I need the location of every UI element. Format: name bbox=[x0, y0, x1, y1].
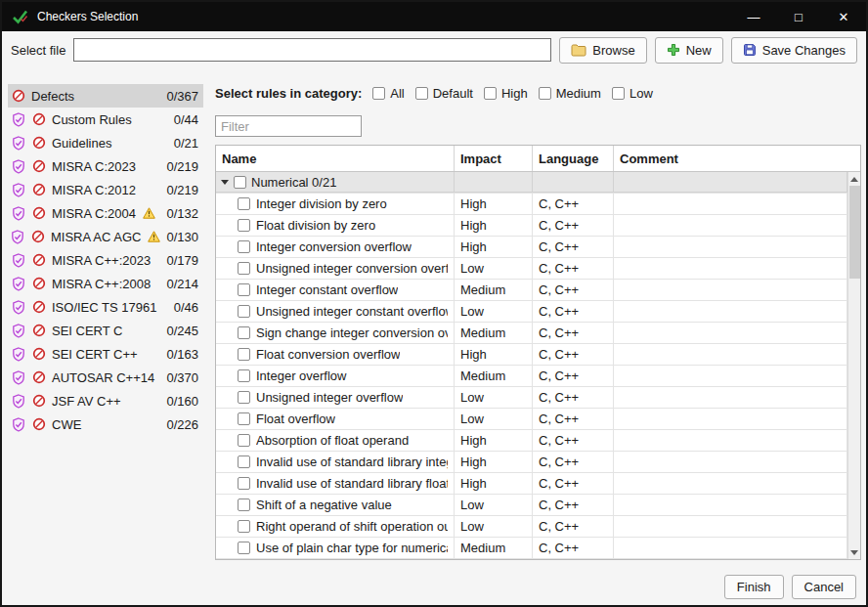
collapse-expander-icon[interactable] bbox=[221, 180, 229, 185]
group-checkbox[interactable] bbox=[234, 176, 246, 189]
rule-row[interactable]: Invalid use of standard library integer … bbox=[216, 452, 847, 473]
level-filter-option[interactable]: High bbox=[484, 86, 528, 101]
rule-row[interactable]: Integer conversion overflow High C, C++ bbox=[216, 237, 847, 258]
rule-comment-cell[interactable] bbox=[614, 452, 847, 472]
rule-name-cell: Unsigned integer conversion overflow bbox=[216, 258, 455, 279]
scroll-up-icon[interactable] bbox=[848, 172, 861, 186]
rule-checkbox[interactable] bbox=[238, 412, 250, 425]
group-row-numerical[interactable]: Numerical 0/21 bbox=[216, 172, 847, 194]
rule-comment-cell[interactable] bbox=[614, 280, 847, 300]
rule-checkbox[interactable] bbox=[238, 369, 250, 382]
sidebar-category-item[interactable]: JSF AV C++ 0/160 bbox=[8, 389, 203, 412]
rule-checkbox[interactable] bbox=[238, 326, 250, 339]
sidebar-category-item[interactable]: Defects 0/367 bbox=[8, 84, 203, 108]
filter-input[interactable] bbox=[215, 115, 362, 137]
rule-comment-cell[interactable] bbox=[614, 301, 847, 322]
sidebar-category-item[interactable]: AUTOSAR C++14 0/370 bbox=[8, 366, 203, 389]
rule-comment-cell[interactable] bbox=[614, 323, 847, 343]
sidebar-category-item[interactable]: Custom Rules 0/44 bbox=[8, 108, 203, 131]
sidebar-category-item[interactable]: MISRA C:2023 0/219 bbox=[8, 154, 203, 178]
cancel-button[interactable]: Cancel bbox=[792, 575, 856, 599]
rule-checkbox[interactable] bbox=[238, 283, 250, 296]
save-changes-button[interactable]: Save Changes bbox=[731, 37, 857, 64]
rule-comment-cell[interactable] bbox=[614, 237, 847, 257]
sidebar-category-item[interactable]: MISRA AC AGC 0/130 bbox=[8, 225, 203, 248]
new-button[interactable]: New bbox=[655, 37, 723, 64]
rule-row[interactable]: Unsigned integer overflow Low C, C++ bbox=[216, 387, 847, 409]
rule-row[interactable]: Invalid use of standard library floating… bbox=[216, 473, 847, 495]
sidebar-category-item[interactable]: SEI CERT C 0/245 bbox=[8, 319, 203, 342]
rule-comment-cell[interactable] bbox=[614, 194, 847, 214]
rule-checkbox[interactable] bbox=[238, 348, 250, 361]
column-header-language[interactable]: Language bbox=[533, 146, 614, 171]
level-filter-option[interactable]: Low bbox=[612, 86, 653, 101]
sidebar-category-item[interactable]: MISRA C:2012 0/219 bbox=[8, 178, 203, 201]
rule-checkbox[interactable] bbox=[238, 240, 250, 253]
sidebar-category-item[interactable]: MISRA C++:2008 0/214 bbox=[8, 272, 203, 295]
file-path-input[interactable] bbox=[73, 38, 551, 62]
rule-row[interactable]: Float division by zero High C, C++ bbox=[216, 215, 847, 237]
rule-comment-cell[interactable] bbox=[614, 215, 847, 236]
rule-row[interactable]: Unsigned integer conversion overflow Low… bbox=[216, 258, 847, 280]
rule-row[interactable]: Integer overflow Medium C, C++ bbox=[216, 366, 847, 387]
rule-checkbox[interactable] bbox=[238, 455, 250, 468]
level-filter-option[interactable]: Medium bbox=[539, 86, 601, 101]
finish-button[interactable]: Finish bbox=[724, 575, 784, 599]
rule-row[interactable]: Shift of a negative value Low C, C++ bbox=[216, 495, 847, 516]
rule-comment-cell[interactable] bbox=[614, 538, 847, 558]
rule-comment-cell[interactable] bbox=[614, 430, 847, 451]
rule-row[interactable]: Integer constant overflow Medium C, C++ bbox=[216, 280, 847, 301]
rule-row[interactable]: Right operand of shift operation outside… bbox=[216, 516, 847, 538]
rule-row[interactable]: Unsigned integer constant overflow Low C… bbox=[216, 301, 847, 323]
level-filter-checkbox[interactable] bbox=[539, 87, 551, 100]
column-header-name[interactable]: Name bbox=[216, 146, 455, 171]
rule-checkbox[interactable] bbox=[238, 499, 250, 511]
sidebar-category-item[interactable]: MISRA C++:2023 0/179 bbox=[8, 248, 203, 272]
rule-row[interactable]: Absorption of float operand High C, C++ bbox=[216, 430, 847, 452]
rule-checkbox[interactable] bbox=[238, 434, 250, 447]
rule-checkbox[interactable] bbox=[238, 262, 250, 275]
close-button[interactable]: ✕ bbox=[821, 2, 866, 31]
level-filter-checkbox[interactable] bbox=[415, 87, 428, 100]
rule-comment-cell[interactable] bbox=[614, 387, 847, 408]
rule-checkbox[interactable] bbox=[238, 305, 250, 318]
sidebar-category-item[interactable]: ISO/IEC TS 17961 0/46 bbox=[8, 295, 203, 319]
rule-checkbox[interactable] bbox=[238, 391, 250, 404]
sidebar-category-item[interactable]: Guidelines 0/21 bbox=[8, 131, 203, 154]
rule-checkbox[interactable] bbox=[238, 197, 250, 210]
browse-button[interactable]: Browse bbox=[559, 37, 646, 64]
level-filter-checkbox[interactable] bbox=[484, 87, 497, 100]
sidebar-category-item[interactable]: SEI CERT C++ 0/163 bbox=[8, 342, 203, 366]
vertical-scrollbar[interactable] bbox=[847, 172, 860, 559]
rule-row[interactable]: Sign change integer conversion overflow … bbox=[216, 323, 847, 344]
level-filter-title: Select rules in category: bbox=[215, 86, 362, 101]
column-header-impact[interactable]: Impact bbox=[455, 146, 533, 171]
level-filter-checkbox[interactable] bbox=[372, 87, 385, 100]
rule-comment-cell[interactable] bbox=[614, 473, 847, 494]
rule-comment-cell[interactable] bbox=[614, 366, 847, 386]
level-filter-option[interactable]: Default bbox=[415, 86, 473, 101]
rule-comment-cell[interactable] bbox=[614, 344, 847, 365]
level-filter-checkbox[interactable] bbox=[612, 87, 625, 100]
rule-checkbox[interactable] bbox=[238, 520, 250, 533]
sidebar-category-item[interactable]: CWE 0/226 bbox=[8, 412, 203, 436]
rule-checkbox[interactable] bbox=[238, 477, 250, 490]
rule-checkbox[interactable] bbox=[238, 219, 250, 232]
rule-row[interactable]: Float conversion overflow High C, C++ bbox=[216, 344, 847, 366]
column-header-comment[interactable]: Comment bbox=[614, 146, 860, 171]
shield-check-icon bbox=[11, 136, 25, 151]
scrollbar-thumb[interactable] bbox=[849, 186, 860, 279]
minimize-button[interactable]: — bbox=[731, 2, 776, 31]
rule-row[interactable]: Use of plain char type for numerical val… bbox=[216, 538, 847, 559]
rule-checkbox[interactable] bbox=[238, 542, 250, 554]
rule-comment-cell[interactable] bbox=[614, 516, 847, 537]
rule-row[interactable]: Integer division by zero High C, C++ bbox=[216, 194, 847, 215]
scroll-down-icon[interactable] bbox=[848, 545, 861, 559]
rule-comment-cell[interactable] bbox=[614, 409, 847, 429]
rule-comment-cell[interactable] bbox=[614, 258, 847, 279]
maximize-button[interactable]: □ bbox=[776, 2, 821, 31]
rule-comment-cell[interactable] bbox=[614, 495, 847, 515]
sidebar-category-item[interactable]: MISRA C:2004 0/132 bbox=[8, 201, 203, 225]
level-filter-option[interactable]: All bbox=[372, 86, 404, 101]
rule-row[interactable]: Float overflow Low C, C++ bbox=[216, 409, 847, 430]
